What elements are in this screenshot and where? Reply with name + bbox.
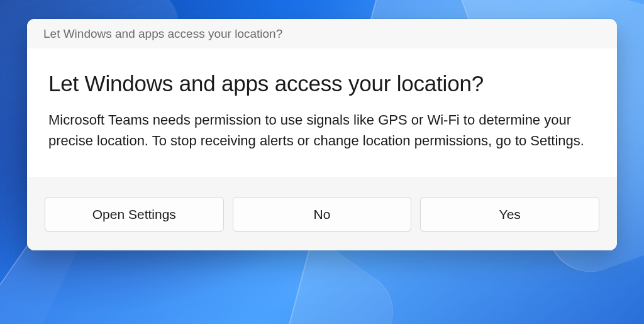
open-settings-button[interactable]: Open Settings [45,197,224,232]
location-permission-dialog: Let Windows and apps access your locatio… [27,19,617,250]
yes-button[interactable]: Yes [420,197,599,232]
no-button[interactable]: No [233,197,412,232]
dialog-heading: Let Windows and apps access your locatio… [48,71,596,96]
dialog-titlebar-text: Let Windows and apps access your locatio… [43,27,282,40]
dialog-body: Let Windows and apps access your locatio… [27,48,617,177]
dialog-message: Microsoft Teams needs permission to use … [48,110,596,151]
dialog-titlebar: Let Windows and apps access your locatio… [27,19,617,48]
dialog-footer: Open Settings No Yes [27,177,617,250]
